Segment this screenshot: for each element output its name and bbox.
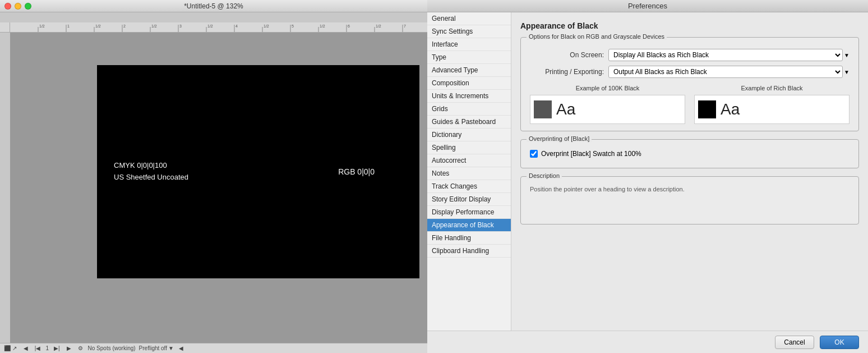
window-controls (4, 3, 31, 10)
document-title: *Untitled-5 @ 132% (184, 2, 243, 10)
sidebar-item-notes[interactable]: Notes (427, 167, 511, 180)
preflight-status[interactable]: Preflight off ▼ (139, 345, 174, 351)
canvas-content: CMYK 0|0|0|100 US Sheetfed Uncoated RGB … (10, 33, 427, 343)
example-rich-label: Example of Rich Black (741, 85, 802, 91)
svg-text:4: 4 (236, 24, 238, 28)
sidebar-item-story-editor-display[interactable]: Story Editor Display (427, 193, 511, 206)
svg-text:7: 7 (404, 24, 406, 28)
preflight-toggle[interactable]: ⚙ (76, 345, 85, 351)
dialog-footer: Cancel OK (427, 331, 868, 353)
title-bar: *Untitled-5 @ 132% (0, 0, 427, 12)
svg-text:1/2: 1/2 (151, 24, 157, 28)
options-section-legend: Options for Black on RGB and Grayscale D… (527, 33, 667, 40)
profile-label: No Spots (working) (88, 345, 136, 351)
sidebar-item-sync-settings[interactable]: Sync Settings (427, 25, 511, 38)
page-text-left: CMYK 0|0|0|100 US Sheetfed Uncoated (114, 160, 188, 184)
main-content: Appearance of Black Options for Black on… (511, 12, 868, 331)
section-title: Appearance of Black (520, 21, 859, 30)
overprinting-legend: Overprinting of [Black] (527, 135, 592, 142)
printing-label: Printing / Exporting: (530, 68, 608, 76)
page-text-right: RGB 0|0|0 (338, 167, 375, 176)
options-for-black-section: Options for Black on RGB and Grayscale D… (520, 37, 859, 131)
scroll-left-button[interactable]: ◀ (177, 345, 185, 351)
overprint-checkbox[interactable] (530, 150, 538, 158)
on-screen-label: On Screen: (530, 51, 608, 59)
sidebar-item-display-performance[interactable]: Display Performance (427, 206, 511, 219)
example-100k-aa: Aa (556, 100, 575, 118)
page-next-button[interactable]: ▶| (52, 345, 62, 351)
sidebar-item-clipboard-handling[interactable]: Clipboard Handling (427, 245, 511, 258)
canvas-area: *Untitled-5 @ 132% 1/2 1 1/2 2 1/2 3 1/2… (0, 0, 427, 353)
svg-text:1/2: 1/2 (320, 24, 325, 28)
page-prev-button[interactable]: ◀ (22, 345, 30, 351)
example-100k-box: Example of 100K Black Aa (530, 85, 685, 124)
on-screen-select[interactable]: Display All Blacks as Rich Black Display… (608, 49, 843, 61)
printing-select[interactable]: Output All Blacks as Rich Black Output A… (608, 66, 843, 78)
ruler-corner (0, 22, 10, 33)
examples-row: Example of 100K Black Aa Example of Rich… (530, 85, 849, 124)
on-screen-row: On Screen: Display All Blacks as Rich Bl… (530, 49, 849, 61)
page-last-button[interactable]: ▶ (65, 345, 73, 351)
example-rich-preview: Aa (694, 95, 849, 124)
svg-text:1/2: 1/2 (376, 24, 381, 28)
page-first-button[interactable]: |◀ (33, 345, 43, 351)
example-rich-box: Example of Rich Black Aa (694, 85, 849, 124)
description-legend: Description (527, 172, 562, 179)
tool-icons: ⬛ ↗ (2, 345, 19, 351)
svg-text:3: 3 (179, 24, 182, 28)
preferences-dialog: Preferences General Sync Settings Interf… (427, 0, 868, 353)
sidebar-item-advanced-type[interactable]: Advanced Type (427, 64, 511, 77)
sidebar-item-type[interactable]: Type (427, 51, 511, 64)
svg-text:1: 1 (67, 24, 70, 28)
on-screen-dropdown-arrow: ▼ (844, 52, 849, 58)
overprint-checkbox-row: Overprint [Black] Swatch at 100% (530, 146, 849, 161)
overprinting-section: Overprinting of [Black] Overprint [Black… (520, 139, 859, 168)
sidebar-list: General Sync Settings Interface Type Adv… (427, 12, 511, 331)
minimize-button[interactable] (15, 3, 21, 10)
maximize-button[interactable] (25, 3, 31, 10)
status-bar: ⬛ ↗ ◀ |◀ 1 ▶| ▶ ⚙ No Spots (working) Pre… (0, 343, 427, 353)
svg-text:1/2: 1/2 (264, 24, 269, 28)
sidebar-item-units-increments[interactable]: Units & Increments (427, 90, 511, 103)
sidebar-item-spelling[interactable]: Spelling (427, 141, 511, 154)
example-rich-swatch (698, 100, 716, 118)
example-100k-label: Example of 100K Black (576, 85, 640, 91)
dialog-body: General Sync Settings Interface Type Adv… (427, 12, 868, 331)
printing-dropdown-arrow: ▼ (844, 69, 849, 75)
sidebar-item-file-handling[interactable]: File Handling (427, 232, 511, 245)
sidebar-item-interface[interactable]: Interface (427, 38, 511, 51)
svg-text:1/2: 1/2 (95, 24, 101, 28)
example-100k-swatch (534, 100, 552, 118)
overprint-label[interactable]: Overprint [Black] Swatch at 100% (541, 150, 641, 158)
svg-text:1/2: 1/2 (39, 24, 45, 28)
svg-text:6: 6 (348, 24, 350, 28)
sidebar-item-dictionary[interactable]: Dictionary (427, 129, 511, 141)
dialog-title-bar: Preferences (427, 0, 868, 12)
svg-text:2: 2 (123, 24, 126, 28)
svg-text:1/2: 1/2 (207, 24, 213, 28)
close-button[interactable] (4, 3, 11, 10)
page-number: 1 (45, 345, 49, 351)
svg-text:5: 5 (292, 24, 294, 28)
sidebar-item-autocorrect[interactable]: Autocorrect (427, 154, 511, 167)
example-rich-aa: Aa (721, 100, 740, 118)
dialog-title: Preferences (628, 2, 667, 10)
document-page: CMYK 0|0|0|100 US Sheetfed Uncoated RGB … (97, 65, 419, 278)
ok-button[interactable]: OK (820, 336, 859, 349)
description-section: Description Position the pointer over a … (520, 176, 859, 224)
sidebar-item-general[interactable]: General (427, 12, 511, 25)
sidebar-item-composition[interactable]: Composition (427, 77, 511, 90)
horizontal-ruler: 1/2 1 1/2 2 1/2 3 1/2 4 1/2 5 1/2 6 1/2 (10, 22, 427, 33)
sidebar-item-appearance-of-black[interactable]: Appearance of Black (427, 219, 511, 232)
printing-row: Printing / Exporting: Output All Blacks … (530, 66, 849, 78)
cancel-button[interactable]: Cancel (775, 336, 814, 349)
sidebar-item-guides-pasteboard[interactable]: Guides & Pasteboard (427, 116, 511, 129)
example-100k-preview: Aa (530, 95, 685, 124)
sidebar-item-grids[interactable]: Grids (427, 103, 511, 116)
sidebar-item-track-changes[interactable]: Track Changes (427, 180, 511, 193)
description-text: Position the pointer over a heading to v… (530, 184, 849, 217)
